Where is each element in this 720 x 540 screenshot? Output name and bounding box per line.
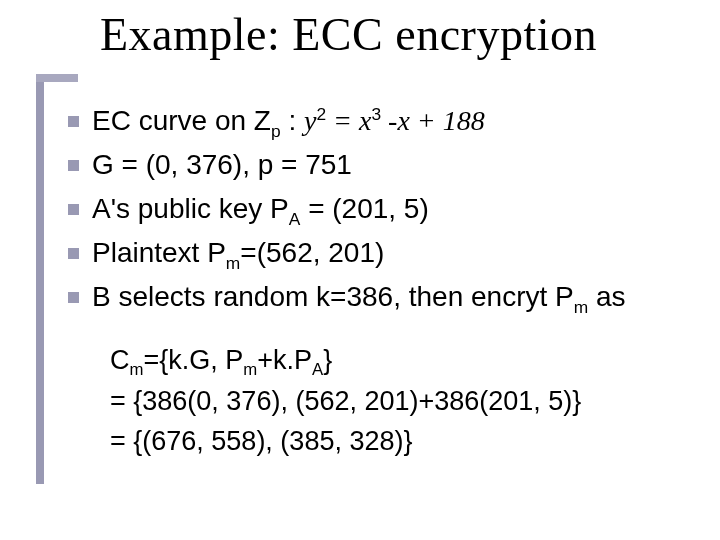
subscript-p: p: [271, 121, 281, 141]
text: Plaintext P: [92, 237, 226, 268]
const-188: 188: [443, 105, 485, 136]
subscript-m: m: [243, 360, 257, 379]
bullet-item-g: G = (0, 376), p = 751: [62, 144, 696, 186]
bullet-item-plaintext: Plaintext Pm=(562, 201): [62, 232, 696, 274]
text: EC curve on Z: [92, 105, 271, 136]
deriv-line-3: = {(676, 558), (385, 328)}: [110, 421, 696, 462]
text: :: [281, 105, 304, 136]
text: C: [110, 345, 130, 375]
content-area: EC curve on Zp : y2 = x3 -x + 188 G = (0…: [62, 100, 696, 462]
subscript-m: m: [130, 360, 144, 379]
bullet-item-encrypt: B selects random k=386, then encryt Pm a…: [62, 276, 696, 318]
text: +k.P: [257, 345, 312, 375]
bullet-item-curve: EC curve on Zp : y2 = x3 -x + 188: [62, 100, 696, 142]
text: ={k.G, P: [143, 345, 243, 375]
bullet-list: EC curve on Zp : y2 = x3 -x + 188 G = (0…: [62, 100, 696, 318]
eq: =: [326, 105, 359, 136]
subscript-a: A: [312, 360, 323, 379]
slide-title: Example: ECC encryption: [100, 8, 700, 61]
sup-2: 2: [316, 104, 326, 124]
bullet-item-pubkey: A's public key PA = (201, 5): [62, 188, 696, 230]
var-x2: x +: [397, 105, 442, 136]
subscript-a: A: [289, 209, 301, 229]
text: = (201, 5): [300, 193, 428, 224]
text: B selects random k=386, then encryt P: [92, 281, 574, 312]
text: G = (0, 376), p = 751: [92, 149, 352, 180]
subscript-m: m: [574, 297, 588, 317]
text: =(562, 201): [240, 237, 384, 268]
text: }: [323, 345, 332, 375]
text: A's public key P: [92, 193, 289, 224]
sup-3: 3: [371, 104, 381, 124]
decorative-bar: [36, 74, 44, 484]
var-x: x: [359, 105, 371, 136]
text: as: [588, 281, 625, 312]
slide: Example: ECC encryption EC curve on Zp :…: [0, 0, 720, 540]
deriv-line-1: Cm={k.G, Pm+k.PA}: [110, 340, 696, 381]
deriv-line-2: = {386(0, 376), (562, 201)+386(201, 5)}: [110, 381, 696, 422]
title-area: Example: ECC encryption: [100, 8, 700, 61]
subscript-m: m: [226, 253, 240, 273]
derivation-block: Cm={k.G, Pm+k.PA} = {386(0, 376), (562, …: [110, 340, 696, 462]
var-y: y: [304, 105, 316, 136]
minus: -: [381, 105, 397, 136]
